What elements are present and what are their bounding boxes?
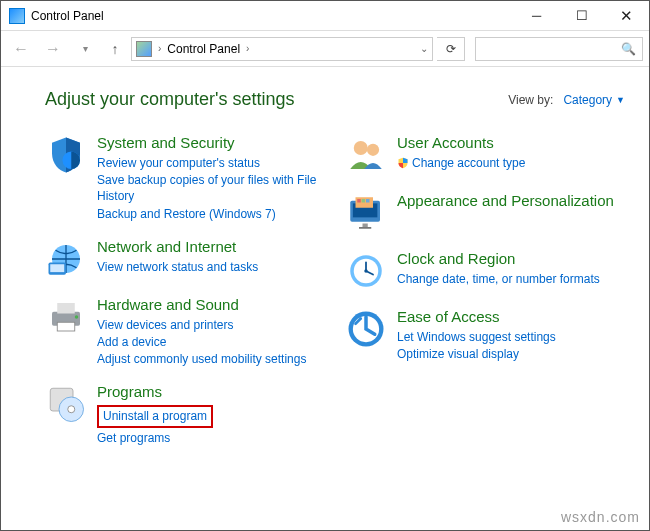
highlight-box: Uninstall a program bbox=[97, 405, 213, 427]
link-network-status[interactable]: View network status and tasks bbox=[97, 259, 258, 275]
forward-button[interactable]: → bbox=[39, 35, 67, 63]
svg-point-7 bbox=[75, 315, 79, 319]
link-file-history[interactable]: Save backup copies of your files with Fi… bbox=[97, 172, 325, 204]
search-input[interactable]: 🔍 bbox=[475, 37, 643, 61]
link-optimize-display[interactable]: Optimize visual display bbox=[397, 346, 556, 362]
svg-rect-19 bbox=[363, 224, 368, 228]
users-title[interactable]: User Accounts bbox=[397, 134, 525, 152]
svg-rect-17 bbox=[362, 199, 366, 203]
chevron-down-icon: ▼ bbox=[616, 95, 625, 105]
uac-shield-icon bbox=[397, 157, 409, 169]
maximize-button[interactable]: ☐ bbox=[559, 1, 604, 30]
category-user-accounts: User Accounts Change account type bbox=[345, 134, 625, 176]
link-get-programs[interactable]: Get programs bbox=[97, 430, 213, 446]
programs-title[interactable]: Programs bbox=[97, 383, 213, 401]
link-review-status[interactable]: Review your computer's status bbox=[97, 155, 325, 171]
svg-rect-18 bbox=[366, 199, 370, 203]
hardware-title[interactable]: Hardware and Sound bbox=[97, 296, 306, 314]
content: Adjust your computer's settings View by:… bbox=[1, 67, 649, 456]
history-dropdown[interactable]: ▾ bbox=[71, 35, 99, 63]
watermark: wsxdn.com bbox=[561, 509, 640, 525]
category-ease-of-access: Ease of Access Let Windows suggest setti… bbox=[345, 308, 625, 362]
view-by-dropdown[interactable]: Category ▼ bbox=[563, 93, 625, 107]
clock-icon[interactable] bbox=[345, 250, 387, 292]
svg-point-12 bbox=[367, 144, 379, 156]
ease-of-access-icon[interactable] bbox=[345, 308, 387, 350]
clock-title[interactable]: Clock and Region bbox=[397, 250, 600, 268]
link-change-date-time[interactable]: Change date, time, or number formats bbox=[397, 271, 600, 287]
users-icon[interactable] bbox=[345, 134, 387, 176]
svg-rect-5 bbox=[57, 303, 75, 314]
window-title: Control Panel bbox=[31, 9, 104, 23]
link-backup-restore[interactable]: Backup and Restore (Windows 7) bbox=[97, 206, 325, 222]
monitor-icon[interactable] bbox=[345, 192, 387, 234]
appearance-title[interactable]: Appearance and Personalization bbox=[397, 192, 614, 210]
category-network: Network and Internet View network status… bbox=[45, 238, 325, 280]
ease-title[interactable]: Ease of Access bbox=[397, 308, 556, 326]
view-by-label: View by: bbox=[508, 93, 553, 107]
chevron-down-icon[interactable]: ⌄ bbox=[420, 43, 428, 54]
svg-point-11 bbox=[354, 141, 368, 155]
control-panel-icon bbox=[9, 8, 25, 24]
shield-icon[interactable] bbox=[45, 134, 87, 176]
network-icon[interactable] bbox=[45, 238, 87, 280]
page-title: Adjust your computer's settings bbox=[45, 89, 295, 110]
svg-rect-6 bbox=[57, 322, 75, 331]
back-button[interactable]: ← bbox=[7, 35, 35, 63]
location-icon bbox=[136, 41, 152, 57]
svg-rect-3 bbox=[50, 264, 64, 272]
link-uninstall-program[interactable]: Uninstall a program bbox=[103, 409, 207, 423]
chevron-right-icon: › bbox=[246, 43, 249, 54]
address-bar[interactable]: › Control Panel › ⌄ bbox=[131, 37, 433, 61]
navbar: ← → ▾ ↑ › Control Panel › ⌄ ⟳ 🔍 bbox=[1, 31, 649, 67]
link-suggest-settings[interactable]: Let Windows suggest settings bbox=[397, 329, 556, 345]
link-add-device[interactable]: Add a device bbox=[97, 334, 306, 350]
printer-icon[interactable] bbox=[45, 296, 87, 338]
titlebar: Control Panel ─ ☐ ✕ bbox=[1, 1, 649, 31]
svg-rect-20 bbox=[359, 227, 371, 229]
view-by-value: Category bbox=[563, 93, 612, 107]
close-button[interactable]: ✕ bbox=[604, 1, 649, 30]
chevron-right-icon: › bbox=[158, 43, 161, 54]
minimize-button[interactable]: ─ bbox=[514, 1, 559, 30]
svg-rect-16 bbox=[357, 199, 361, 203]
link-change-account-type[interactable]: Change account type bbox=[397, 155, 525, 171]
system-security-title[interactable]: System and Security bbox=[97, 134, 325, 152]
up-button[interactable]: ↑ bbox=[103, 37, 127, 61]
left-column: System and Security Review your computer… bbox=[45, 134, 325, 446]
search-icon: 🔍 bbox=[621, 42, 636, 56]
category-system-security: System and Security Review your computer… bbox=[45, 134, 325, 222]
breadcrumb-root[interactable]: Control Panel bbox=[167, 42, 240, 56]
link-devices-printers[interactable]: View devices and printers bbox=[97, 317, 306, 333]
link-mobility[interactable]: Adjust commonly used mobility settings bbox=[97, 351, 306, 367]
right-column: User Accounts Change account type Appear… bbox=[345, 134, 625, 446]
disc-icon[interactable] bbox=[45, 383, 87, 425]
view-by: View by: Category ▼ bbox=[508, 93, 625, 107]
refresh-button[interactable]: ⟳ bbox=[437, 37, 465, 61]
network-title[interactable]: Network and Internet bbox=[97, 238, 258, 256]
svg-point-10 bbox=[68, 406, 75, 413]
svg-point-23 bbox=[364, 269, 368, 273]
category-clock: Clock and Region Change date, time, or n… bbox=[345, 250, 625, 292]
category-appearance: Appearance and Personalization bbox=[345, 192, 625, 234]
category-programs: Programs Uninstall a program Get program… bbox=[45, 383, 325, 445]
category-hardware: Hardware and Sound View devices and prin… bbox=[45, 296, 325, 368]
